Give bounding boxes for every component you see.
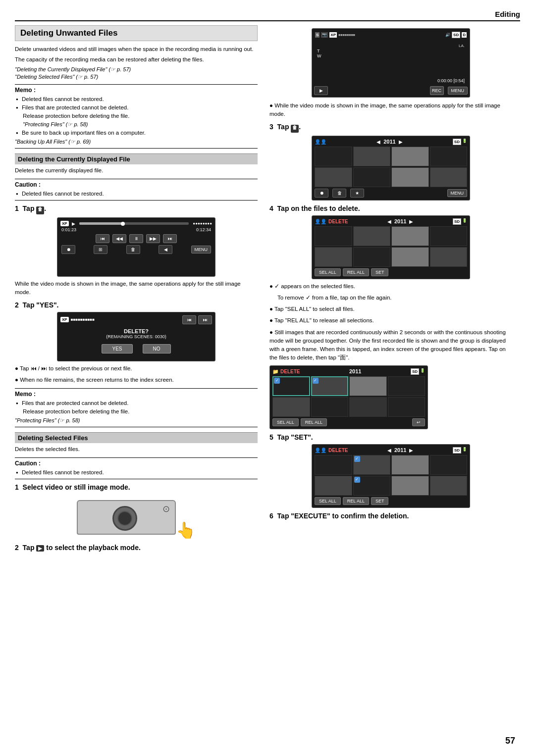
nav-left-4[interactable]: ◀ <box>387 219 391 224</box>
del-top-left-5: 👤👤 DELETE <box>315 448 348 453</box>
thumb-g-2[interactable]: ✓ <box>311 376 349 396</box>
thumb-5-7[interactable] <box>391 476 429 496</box>
thumb-grid-group: ✓ ✓ <box>272 376 425 417</box>
sd-5: SD <box>453 447 461 454</box>
menu-btn-3[interactable]: MENU <box>447 189 468 197</box>
thumb-g-6[interactable] <box>311 397 349 417</box>
sel-all-btn-5[interactable]: SEL ALL <box>315 497 341 505</box>
thumb-g-4[interactable] <box>388 376 426 396</box>
delete-index-screen-step5: 👤👤 DELETE ◀ 2011 ▶ SD 🔋 <box>312 444 470 508</box>
nav-right-5[interactable]: ▶ <box>409 448 413 453</box>
caution-box-2: Caution : Deleted files cannot be restor… <box>15 457 258 479</box>
step4-bullet2: ● Tap "SEL ALL" to select all files. <box>269 305 512 313</box>
ffwd-btn[interactable]: ▶▶ <box>146 234 160 243</box>
del-index-top-4: 👤👤 DELETE ◀ 2011 ▶ SD 🔋 <box>315 218 467 225</box>
rel-all-btn-5[interactable]: REL ALL <box>343 497 369 505</box>
trash-icon-3[interactable]: 🗑 <box>332 189 346 198</box>
del-submsg: (REMAINING SCENES: 0030) <box>60 334 212 339</box>
trash-icon-btn[interactable]: 🗑 <box>126 245 140 254</box>
thumb-5-4[interactable] <box>430 455 468 475</box>
skip-fwd-del[interactable]: ⏭ <box>198 315 212 324</box>
nav-left-3[interactable]: ◀ <box>376 139 380 145</box>
check-2: ✓ <box>313 378 319 384</box>
thumb-5-3[interactable] <box>391 455 429 475</box>
set-btn-4[interactable]: SET <box>371 268 389 276</box>
grid-icon-btn[interactable]: ⊞ <box>94 245 107 254</box>
step4-bullet3: ● Tap "REL ALL" to release all selection… <box>269 316 512 325</box>
dots-indicator: ●●●●●●●● <box>193 221 212 226</box>
pause-btn[interactable]: ⏸ <box>129 234 143 243</box>
sound-icon-btn[interactable]: ◀ <box>159 245 172 254</box>
no-button[interactable]: NO <box>143 344 171 353</box>
thumb-5-8[interactable] <box>430 476 468 496</box>
progress-bar-fill <box>79 222 123 225</box>
thumb-4-5[interactable] <box>315 247 352 267</box>
star-icon-3[interactable]: ★ <box>350 189 364 198</box>
thumb-3-8[interactable] <box>430 167 468 187</box>
rec-top-bar: S 📷 XP ■■■■■■■■ 🔊 SD D <box>315 32 467 38</box>
back-btn-group[interactable]: ↩ <box>412 418 425 426</box>
memo2-ref: "Protecting Files" (☞ p. 58) <box>15 417 258 424</box>
step2-bullet1: ● Tap ⏮ / ⏭ to select the previous or ne… <box>15 364 258 373</box>
year-5: 2011 <box>394 447 406 453</box>
del-top-left-4: 👤👤 DELETE <box>315 219 348 224</box>
thumb-g-8[interactable] <box>388 397 426 417</box>
thumb-3-7[interactable] <box>391 167 429 187</box>
thumb-4-1[interactable] <box>315 226 352 246</box>
yes-button[interactable]: YES <box>102 344 132 353</box>
thumb-3-2[interactable] <box>353 147 391 166</box>
skip-fwd-btn[interactable]: ⏭ <box>163 234 177 243</box>
thumb-g-5[interactable] <box>272 397 310 417</box>
left-column: Deleting Unwanted Files Delete unwanted … <box>15 25 258 554</box>
thumb-g-7[interactable] <box>349 397 387 417</box>
del-group-top: 📁 DELETE 2011 SD 🔋 <box>272 368 425 375</box>
rel-all-btn-4[interactable]: REL ALL <box>343 268 369 276</box>
thumb-4-8[interactable] <box>430 247 468 267</box>
playback-controls: ⏮ ◀◀ ⏸ ▶▶ ⏭ <box>60 234 212 243</box>
thumb-4-6[interactable] <box>353 247 391 267</box>
thumb-5-2[interactable]: ✓ <box>353 455 391 475</box>
thumb-3-3[interactable] <box>391 147 429 166</box>
memo-indent-1: Release protection before deleting the f… <box>15 112 258 120</box>
thumb-5-6[interactable]: ✓ <box>353 476 391 496</box>
thumb-g-3[interactable] <box>349 376 387 396</box>
sd-group: SD <box>411 368 419 375</box>
menu-btn[interactable]: MENU <box>191 246 212 253</box>
rec-menu-btn[interactable]: MENU <box>448 87 468 95</box>
step4-indent1: To remove ✓ from a file, tap on the file… <box>269 294 512 302</box>
record-icon-btn[interactable]: ⏺ <box>61 245 75 254</box>
sel-all-btn-4[interactable]: SEL ALL <box>315 268 341 276</box>
nav-right-3[interactable]: ▶ <box>399 139 403 145</box>
sec2-step1-text: Select video or still image mode. <box>23 483 130 491</box>
right-step3-num: 3 Tap 🗑. <box>269 123 512 133</box>
nav-right-4[interactable]: ▶ <box>409 219 413 224</box>
rec-play-btn[interactable]: ▶ <box>314 86 328 95</box>
thumb-5-1[interactable] <box>315 455 352 475</box>
thumb-4-4[interactable] <box>430 226 468 246</box>
skip-back-btn[interactable]: ⏮ <box>96 234 109 243</box>
thumb-5-5[interactable] <box>315 476 352 496</box>
thumb-4-2[interactable] <box>353 226 391 246</box>
step6-text: Tap "EXECUTE" to confirm the deletion. <box>277 512 409 520</box>
folder-icon-group: 📁 <box>272 369 278 374</box>
thumb-3-4[interactable] <box>430 147 468 166</box>
rec-btn[interactable]: REC <box>430 86 444 95</box>
record-icon-3[interactable]: ⏺ <box>315 189 328 198</box>
set-btn-5[interactable]: SET <box>371 497 389 505</box>
nav-left-5[interactable]: ◀ <box>387 448 391 453</box>
thumb-g-1[interactable]: ✓ <box>272 376 310 396</box>
skip-back-del[interactable]: ⏮ <box>182 315 196 324</box>
thumb-3-6[interactable] <box>353 167 391 187</box>
xp-badge-rec: XP <box>329 32 337 38</box>
rewind-btn[interactable]: ◀◀ <box>112 234 126 243</box>
thumb-3-1[interactable] <box>315 147 352 166</box>
thumb-3-5[interactable] <box>315 167 352 187</box>
thumb-4-7[interactable] <box>391 247 429 267</box>
rel-all-group[interactable]: REL ALL <box>301 418 327 426</box>
sd-icon: SD <box>452 32 460 38</box>
thumb-4-3[interactable] <box>391 226 429 246</box>
sel-all-group[interactable]: SEL ALL <box>272 418 299 426</box>
del-message-center: DELETE? (REMAINING SCENES: 0030) <box>60 328 212 339</box>
header-title: Editing <box>495 10 520 18</box>
progress-bar-outer <box>79 222 189 225</box>
